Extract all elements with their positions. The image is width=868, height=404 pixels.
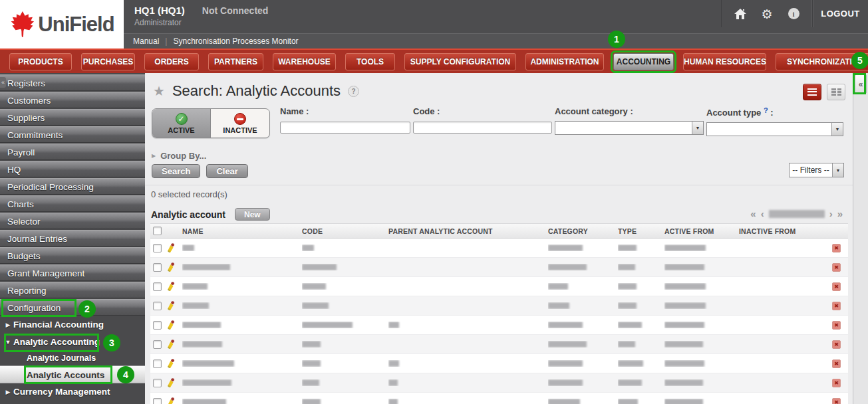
cell-name: [182, 379, 302, 386]
sidebar-group-financial-accounting[interactable]: ▶Financial Accounting: [0, 316, 145, 334]
sidebar-item-journal-entries[interactable]: Journal Entries: [0, 230, 145, 247]
column-header-inactive-from[interactable]: INACTIVE FROM: [739, 227, 832, 235]
column-header-type[interactable]: TYPE: [618, 227, 664, 235]
menu-item-administration[interactable]: ADMINISTRATION: [525, 53, 604, 70]
row-checkbox[interactable]: [153, 244, 162, 252]
delete-row-button[interactable]: ✖: [832, 398, 841, 404]
menu-item-orders[interactable]: ORDERS: [144, 53, 199, 70]
select-all-checkbox[interactable]: [153, 227, 162, 235]
sidebar-item-charts[interactable]: Charts: [0, 195, 145, 212]
dropdown-arrow-icon[interactable]: ▼: [831, 123, 843, 136]
pagination-first-icon[interactable]: «: [750, 209, 756, 219]
delete-row-button[interactable]: ✖: [832, 359, 841, 368]
menu-item-supply-configuration[interactable]: SUPPLY CONFIGURATION: [404, 53, 516, 70]
logout-button[interactable]: LOGOUT: [813, 0, 868, 27]
menu-bar: PRODUCTSPURCHASESORDERSPARTNERSWAREHOUSE…: [0, 49, 868, 73]
favorite-star-icon[interactable]: ★: [153, 83, 165, 99]
redacted-type: [618, 264, 635, 270]
cell-parent: [388, 379, 548, 386]
sidebar-item-customers[interactable]: Customers: [0, 92, 145, 108]
delete-row-button[interactable]: ✖: [832, 340, 841, 349]
sidebar-item-analytic-journals[interactable]: Analytic Journals: [0, 351, 145, 365]
delete-row-button[interactable]: ✖: [832, 282, 841, 291]
delete-row-button[interactable]: ✖: [832, 244, 841, 252]
menu-item-products[interactable]: PRODUCTS: [9, 53, 72, 70]
list-view-button[interactable]: [803, 84, 821, 100]
row-checkbox[interactable]: [153, 340, 162, 349]
cell-category: [548, 245, 618, 251]
delete-row-button[interactable]: ✖: [832, 302, 841, 310]
menu-item-human-resources[interactable]: HUMAN RESOURCES: [683, 53, 766, 70]
sidebar-item-budgets[interactable]: Budgets: [0, 247, 145, 264]
menu-item-tools[interactable]: TOOLS: [345, 53, 395, 70]
column-header-active-from[interactable]: ACTIVE FROM: [664, 227, 739, 235]
gear-icon[interactable]: ⚙: [760, 7, 774, 21]
breadcrumb-page: Synchronisation Processes Monitor: [173, 37, 298, 46]
row-checkbox[interactable]: [153, 359, 162, 368]
column-header-category[interactable]: CATEGORY: [548, 227, 618, 235]
collapse-panel-button[interactable]: «: [855, 74, 867, 94]
cell-parent: [388, 399, 548, 404]
column-header-parent-analytic-account[interactable]: PARENT ANALYTIC ACCOUNT: [388, 227, 548, 235]
account-type-help-icon[interactable]: ?: [764, 106, 768, 114]
selection-status: 0 selected record(s): [151, 189, 227, 199]
row-checkbox[interactable]: [153, 379, 162, 387]
delete-row-button[interactable]: ✖: [832, 263, 841, 272]
dropdown-arrow-icon[interactable]: ▼: [832, 163, 843, 177]
menu-item-synchronization[interactable]: SYNCHRONIZATION: [776, 53, 868, 70]
clear-button[interactable]: Clear: [206, 164, 248, 178]
group-by-toggle[interactable]: ▶ Group By...: [152, 151, 206, 161]
menu-item-purchases[interactable]: PURCHASES: [81, 53, 135, 70]
row-checkbox[interactable]: [153, 263, 162, 272]
search-button[interactable]: Search: [152, 164, 200, 178]
info-icon[interactable]: i: [787, 7, 800, 21]
account-type-select[interactable]: ▼: [706, 122, 843, 136]
sidebar-item-hq[interactable]: HQ: [0, 161, 145, 177]
sidebar-item-grant-management[interactable]: Grant Management: [0, 264, 145, 281]
table-row: ✖: [150, 354, 848, 373]
sidebar-item-configuration[interactable]: Configuration: [0, 299, 145, 316]
menu-item-partners[interactable]: PARTNERS: [208, 53, 263, 70]
sidebar-item-periodical-processing[interactable]: Periodical Processing: [0, 178, 145, 195]
column-header-name[interactable]: NAME: [182, 227, 302, 235]
redacted-category: [548, 264, 587, 270]
dropdown-arrow-icon[interactable]: ▼: [692, 122, 703, 134]
sidebar: « RegistersCustomersSuppliersCommitments…: [0, 73, 145, 404]
sidebar-item-selector[interactable]: Selector: [0, 213, 145, 229]
active-filter-button[interactable]: ✓ ACTIVE: [152, 109, 211, 138]
sidebar-collapse-handle[interactable]: «: [0, 77, 6, 88]
menu-item-warehouse[interactable]: WAREHOUSE: [273, 53, 336, 70]
sidebar-item-suppliers[interactable]: Suppliers: [0, 109, 145, 126]
instance-name: HQ1 (HQ1): [134, 5, 185, 16]
sidebar-item-analytic-accounts[interactable]: Analytic Accounts: [0, 365, 145, 383]
logo[interactable]: UniField: [0, 0, 124, 49]
code-input[interactable]: [413, 122, 552, 134]
row-checkbox[interactable]: [153, 398, 162, 404]
sidebar-item-payroll[interactable]: Payroll: [0, 144, 145, 160]
sidebar-item-commitments[interactable]: Commitments: [0, 126, 145, 143]
filters-dropdown[interactable]: -- Filters -- ▼: [789, 163, 844, 177]
menu-item-accounting[interactable]: ACCOUNTING: [613, 53, 674, 70]
home-icon[interactable]: [734, 7, 747, 21]
title-help-icon[interactable]: ?: [348, 86, 359, 97]
cell-type: [618, 399, 664, 404]
delete-row-button[interactable]: ✖: [832, 321, 841, 330]
new-button[interactable]: New: [235, 208, 270, 221]
sidebar-group-analytic-accounting[interactable]: ▼Analytic Accounting: [0, 334, 145, 351]
pagination-last-icon[interactable]: »: [837, 209, 843, 219]
sidebar-group-currency-management[interactable]: ▶Currency Management: [0, 383, 145, 401]
form-view-button[interactable]: [827, 84, 845, 100]
sidebar-item-reporting[interactable]: Reporting: [0, 282, 145, 298]
column-header-code[interactable]: CODE: [302, 227, 388, 235]
account-category-select[interactable]: ▼: [555, 121, 704, 135]
name-input[interactable]: [280, 122, 410, 134]
row-checkbox[interactable]: [153, 321, 162, 330]
delete-row-button[interactable]: ✖: [832, 379, 841, 387]
breadcrumb-section[interactable]: Manual: [133, 37, 159, 46]
sidebar-item-registers[interactable]: Registers: [0, 74, 145, 91]
row-checkbox[interactable]: [153, 302, 162, 310]
row-checkbox[interactable]: [153, 282, 162, 291]
pagination-next-icon[interactable]: ›: [829, 209, 833, 219]
pagination-prev-icon[interactable]: ‹: [761, 209, 764, 219]
inactive-filter-button[interactable]: INACTIVE: [211, 109, 269, 138]
